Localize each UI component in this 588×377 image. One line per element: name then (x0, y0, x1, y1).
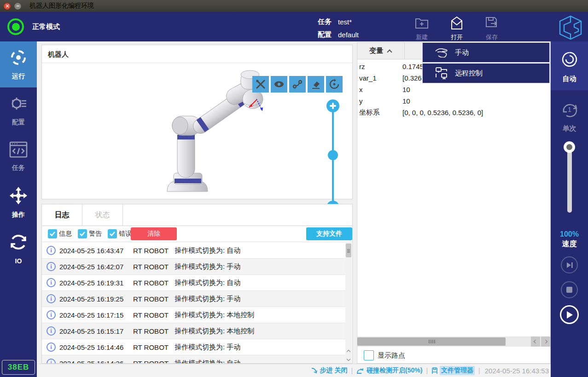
zoom-slider-handle[interactable] (328, 150, 338, 160)
show-waypoints-checkbox[interactable] (364, 350, 374, 360)
file-manager-status[interactable]: 文件管理器 (431, 366, 475, 375)
play-button[interactable] (560, 305, 579, 324)
config-value: default (338, 31, 359, 39)
single-run-button[interactable]: 1 单次 (551, 90, 588, 139)
save-button[interactable]: 保存 (474, 14, 509, 41)
step-forward-button[interactable] (561, 256, 578, 273)
speed-slider-handle[interactable] (564, 141, 575, 153)
new-button[interactable]: 新建 (404, 14, 439, 41)
info-icon: i (47, 262, 56, 271)
sidebar-item-config[interactable]: 配置 (0, 87, 37, 133)
close-icon[interactable] (4, 3, 11, 10)
speed-label: 速度 (551, 239, 588, 249)
left-sidebar: 运行 配置 任务 操作 (0, 41, 37, 377)
warning-checkbox[interactable] (78, 229, 87, 238)
clock: 2024-05-25 16:43:53 (485, 367, 549, 375)
tools-button[interactable] (252, 76, 269, 93)
right-sidebar: 自动 1 单次 100% 速度 (551, 41, 588, 377)
waypoints-button[interactable] (289, 76, 306, 93)
variables-hscrollbar[interactable] (357, 336, 550, 347)
tab-status[interactable]: 状态 (82, 204, 123, 226)
error-checkbox[interactable] (108, 229, 117, 238)
variable-row[interactable]: y 10 (357, 95, 550, 107)
header-actions: 新建 打开 保存 (404, 14, 509, 41)
clear-button[interactable]: 清除 (131, 227, 177, 240)
sidebar-item-run[interactable]: 运行 (0, 41, 37, 87)
stop-button[interactable] (561, 281, 578, 298)
info-icon: i (47, 246, 56, 255)
variable-row[interactable]: x 10 (357, 84, 550, 95)
scroll-up-icon[interactable] (345, 347, 352, 355)
log-row: i 2024-05-25 16:43:47 RT ROBOT 操作模式切换为: … (42, 243, 346, 259)
sidebar-item-io[interactable]: IO (0, 226, 37, 272)
auto-mode-button[interactable]: 自动 (551, 41, 588, 90)
scroll-right-icon[interactable] (541, 336, 550, 347)
log-row: i 2024-05-25 16:14:46 RT ROBOT 操作模式切换为: … (42, 339, 346, 355)
menu-item-manual[interactable]: 手动 (423, 43, 549, 62)
app-header: 正常模式 任务 test* 配置 default 新建 打开 (0, 12, 588, 41)
error-filter-label: 错误 (119, 230, 132, 238)
status-code-badge: 38EB (2, 360, 35, 375)
log-panel: 日志 状态 信息 警告 错误 清除 支持文件 i 2024-05-25 16:4… (41, 204, 353, 364)
code-window-icon (9, 141, 28, 160)
view-toolbar (250, 76, 343, 93)
info-icon: i (47, 278, 56, 287)
log-row: i 2024-05-25 16:15:17 RT ROBOT 操作模式切换为: … (42, 323, 346, 339)
status-dot-icon (7, 18, 24, 35)
scroll-down-icon[interactable] (345, 355, 352, 364)
info-icon: i (47, 310, 56, 319)
log-row: i 2024-05-25 16:14:26 RT ROBOT 操作模式切换为: … (42, 355, 346, 364)
step-status[interactable]: 步进 关闭 (311, 366, 348, 375)
auto-swirl-icon (559, 49, 580, 72)
variables-title: 变量 (369, 46, 383, 55)
new-file-icon (414, 14, 429, 32)
speed-slider[interactable] (567, 146, 572, 213)
sidebar-item-operate[interactable]: 操作 (0, 180, 37, 226)
log-list[interactable]: i 2024-05-25 16:43:47 RT ROBOT 操作模式切换为: … (42, 243, 346, 364)
eye-button[interactable] (271, 76, 287, 93)
task-label: 任务 (318, 17, 332, 26)
support-files-button[interactable]: 支持文件 (306, 227, 352, 240)
variable-row[interactable]: 坐标系 [0, 0, 0, 0.5236, 0.5236, 0] (357, 107, 550, 118)
eraser-button[interactable] (308, 76, 324, 93)
move-arrows-icon (9, 186, 28, 207)
scroll-left-icon[interactable] (531, 336, 540, 347)
show-waypoints-label: 显示路点 (378, 351, 405, 360)
info-icon: i (47, 326, 56, 336)
status-bar: 步进 关闭 | 碰撞检测开启(50%) | 文件管理器 | 2024-05-25… (39, 364, 551, 377)
log-scrollbar[interactable] (345, 243, 352, 364)
robot-panel: 机器人 (41, 45, 353, 199)
sidebar-item-task[interactable]: 任务 (0, 133, 37, 180)
minimize-icon[interactable] (14, 3, 21, 10)
info-filter-label: 信息 (59, 230, 72, 238)
task-value: test* (338, 18, 352, 26)
rotate-view-button[interactable] (326, 76, 343, 93)
mode-indicator: 正常模式 (7, 18, 60, 35)
collision-status[interactable]: 碰撞检测开启(50%) (356, 366, 422, 375)
hand-icon (434, 47, 449, 58)
log-row: i 2024-05-25 16:17:15 RT ROBOT 操作模式切换为: … (42, 307, 346, 323)
mode-label: 正常模式 (32, 23, 60, 31)
menu-item-remote[interactable]: 远程控制 (423, 64, 549, 83)
zoom-control (326, 99, 340, 215)
info-icon: i (47, 294, 56, 303)
show-waypoints-row: 显示路点 (364, 350, 405, 360)
log-filter-row: 信息 警告 错误 清除 支持文件 (42, 226, 352, 242)
tab-log[interactable]: 日志 (42, 204, 82, 226)
hscrollbar-thumb[interactable] (357, 337, 506, 346)
robot-panel-title: 机器人 (42, 45, 352, 63)
remote-control-icon (434, 67, 449, 79)
log-row: i 2024-05-25 16:42:07 RT ROBOT 操作模式切换为: … (42, 259, 346, 275)
speed-value: 100% (551, 230, 588, 238)
zoom-in-button[interactable] (326, 99, 339, 112)
open-button[interactable]: 打开 (439, 14, 474, 41)
run-icon (9, 48, 28, 69)
io-arrows-icon (9, 232, 28, 254)
log-row: i 2024-05-25 16:19:31 RT ROBOT 操作模式切换为: … (42, 275, 346, 291)
app-logo-icon (557, 15, 584, 42)
log-scrollbar-thumb[interactable] (346, 244, 351, 257)
variables-panel: 变量 rz 0.1745 var_1 [0.326 x 10 y 10 坐标系 … (357, 42, 551, 364)
info-checkbox[interactable] (48, 229, 57, 238)
titlebar: 机器人图形化编程环境 (0, 0, 588, 12)
save-icon (484, 14, 499, 32)
